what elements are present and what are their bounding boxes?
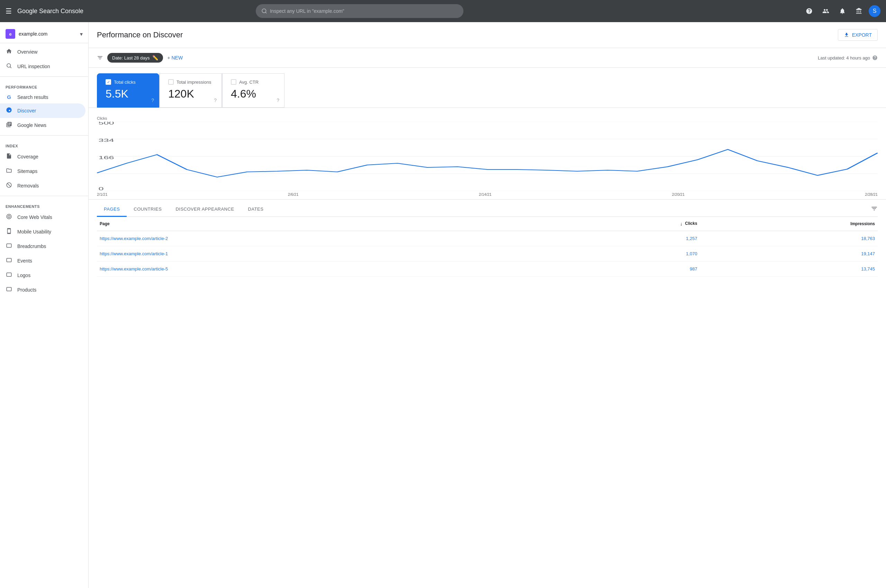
metric-total-impressions[interactable]: Total impressions 120K ?	[159, 74, 222, 108]
site-name: example.com	[19, 31, 77, 37]
search-icon	[261, 8, 267, 14]
layout: e example.com ▾ Overview URL inspection …	[0, 22, 886, 588]
sidebar-item-sitemaps[interactable]: Sitemaps	[0, 164, 86, 178]
tab-discover-appearance[interactable]: DISCOVER APPEARANCE	[168, 202, 241, 217]
metric-ctr-help-icon[interactable]: ?	[277, 98, 279, 103]
sidebar-label-products: Products	[17, 287, 36, 292]
svg-text:0: 0	[99, 186, 104, 191]
sidebar-label-discover: Discover	[17, 108, 36, 114]
notifications-button[interactable]	[835, 4, 849, 18]
page-url-2[interactable]: https://www.example.com/article-5	[97, 261, 566, 277]
search-input[interactable]	[270, 8, 458, 14]
edit-icon: ✏️	[152, 55, 158, 60]
table-row: https://www.example.com/article-2 1,257 …	[97, 231, 878, 246]
sidebar-item-events[interactable]: Events	[0, 254, 86, 268]
filter-bar: Date: Last 28 days ✏️ + NEW Last updated…	[89, 48, 886, 68]
sidebar-item-google-news[interactable]: Google News	[0, 118, 86, 132]
sidebar-item-breadcrumbs[interactable]: Breadcrumbs	[0, 239, 86, 254]
new-filter-button[interactable]: + NEW	[167, 55, 183, 60]
export-button[interactable]: EXPORT	[838, 29, 878, 41]
products-icon	[6, 286, 12, 294]
filter-table-icon[interactable]	[871, 205, 878, 214]
chart-x-label-1: 2/6/21	[288, 192, 299, 196]
svg-rect-8	[7, 273, 11, 277]
svg-rect-9	[7, 287, 11, 291]
svg-line-1	[265, 12, 266, 13]
sidebar-item-logos[interactable]: Logos	[0, 268, 86, 283]
site-dropdown-icon[interactable]: ▾	[80, 31, 83, 38]
sidebar-item-url-inspection[interactable]: URL inspection	[0, 59, 86, 74]
chart-x-labels: 2/1/21 2/6/21 2/14/21 2/20/21 2/28/21	[97, 191, 878, 196]
metric-clicks-help-icon[interactable]: ?	[151, 98, 154, 103]
chart-x-label-0: 2/1/21	[97, 192, 108, 196]
sidebar-label-removals: Removals	[17, 183, 39, 189]
events-icon	[6, 257, 12, 265]
svg-rect-7	[7, 258, 11, 262]
sidebar-item-discover[interactable]: Discover	[0, 104, 86, 118]
impressions-2: 13,745	[700, 261, 878, 277]
tab-pages[interactable]: PAGES	[97, 202, 127, 217]
sidebar-item-mobile-usability[interactable]: Mobile Usability	[0, 225, 86, 239]
filter-icon[interactable]	[97, 55, 103, 61]
last-updated: Last updated: 4 hours ago	[818, 55, 878, 60]
svg-text:166: 166	[99, 155, 114, 160]
section-label-index: Index	[0, 138, 88, 149]
search-nav-icon	[6, 63, 12, 70]
tab-dates[interactable]: DATES	[241, 202, 271, 217]
news-icon	[6, 122, 12, 129]
site-selector[interactable]: e example.com ▾	[0, 25, 88, 43]
svg-line-3	[10, 67, 11, 68]
main-content: Performance on Discover EXPORT Date: Las…	[89, 22, 886, 588]
sidebar-label-search-results: Search results	[17, 94, 48, 100]
clicks-0: 1,257	[566, 231, 700, 246]
page-url-1[interactable]: https://www.example.com/article-1	[97, 246, 566, 261]
metric-ctr-checkbox	[231, 79, 236, 85]
metric-impressions-value: 120K	[168, 87, 213, 100]
metric-clicks-label: ✓ Total clicks	[105, 79, 150, 85]
data-table: Page ↓ Clicks Impressions https://www.ex…	[97, 217, 878, 277]
users-button[interactable]	[819, 4, 833, 18]
last-updated-help-icon[interactable]	[872, 55, 878, 60]
sidebar-label-google-news: Google News	[17, 123, 47, 128]
page-title: Performance on Discover	[97, 30, 183, 39]
metric-total-clicks[interactable]: ✓ Total clicks 5.5K ?	[97, 74, 159, 108]
sidebar-item-removals[interactable]: Removals	[0, 178, 86, 193]
sidebar-item-overview[interactable]: Overview	[0, 45, 86, 59]
menu-icon[interactable]: ☰	[6, 7, 12, 15]
sidebar-label-coverage: Coverage	[17, 154, 38, 159]
avatar[interactable]: S	[869, 5, 880, 17]
svg-rect-6	[7, 244, 11, 248]
sidebar-label-breadcrumbs: Breadcrumbs	[17, 243, 46, 249]
google-g-icon: G	[6, 94, 12, 100]
sidebar-label-overview: Overview	[17, 49, 38, 55]
download-icon	[844, 32, 849, 38]
new-filter-label: + NEW	[167, 55, 183, 60]
date-chip-label: Date: Last 28 days	[112, 56, 149, 60]
impressions-0: 18,763	[700, 231, 878, 246]
chart-y-label: Clicks	[97, 116, 878, 120]
logo-text: Google Search Console	[17, 8, 83, 15]
mobile-icon	[6, 228, 12, 236]
tab-countries[interactable]: COUNTRIES	[127, 202, 168, 217]
metric-ctr-value: 4.6%	[231, 87, 276, 100]
svg-point-4	[7, 214, 11, 219]
sidebar-item-coverage[interactable]: Coverage	[0, 149, 86, 164]
sitemaps-icon	[6, 167, 12, 175]
metric-avg-ctr[interactable]: Avg. CTR 4.6% ?	[222, 74, 284, 108]
sidebar-item-search-results[interactable]: G Search results	[0, 91, 86, 104]
discover-icon	[6, 107, 12, 114]
metrics-row: ✓ Total clicks 5.5K ? Total impressions …	[89, 68, 886, 108]
sidebar-item-products[interactable]: Products	[0, 283, 86, 297]
sidebar-item-core-web-vitals[interactable]: Core Web Vitals	[0, 210, 86, 225]
svg-point-2	[7, 64, 11, 68]
help-button[interactable]	[802, 4, 816, 18]
date-filter-chip[interactable]: Date: Last 28 days ✏️	[107, 53, 163, 63]
export-label: EXPORT	[852, 32, 872, 38]
sort-down-icon: ↓	[680, 221, 683, 226]
page-url-0[interactable]: https://www.example.com/article-2	[97, 231, 566, 246]
col-header-impressions: Impressions	[700, 217, 878, 231]
logos-icon	[6, 272, 12, 279]
metric-impressions-help-icon[interactable]: ?	[214, 98, 217, 103]
apps-button[interactable]	[852, 4, 866, 18]
search-bar[interactable]	[256, 4, 463, 18]
